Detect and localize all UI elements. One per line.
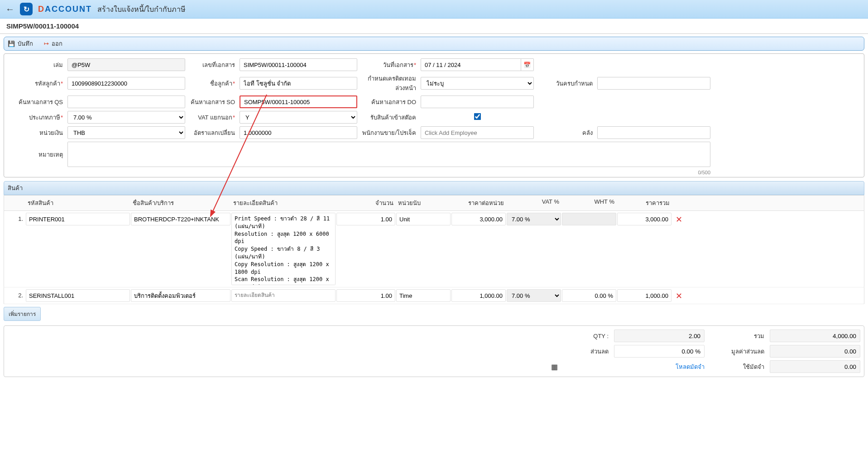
item-vat-select[interactable]: 7.00 % [507,289,561,302]
custcode-input[interactable] [67,77,185,90]
hd-wht: WHT % [562,197,616,206]
item-total-input[interactable] [617,213,671,225]
lbl-book: เล่ม [9,60,63,70]
lbl-note: หมายเหตุ [9,150,63,159]
row-index: 2. [7,289,25,299]
custname-input[interactable] [240,77,357,90]
item-name-input[interactable] [131,213,230,225]
note-counter: 0/500 [597,170,710,175]
header-form-panel: เล่ม เลขที่เอกสาร วันที่เอกสาร 📅 รหัสลูก… [4,53,864,177]
hd-total: ราคารวม [617,197,671,209]
item-total-input[interactable] [617,289,671,302]
lbl-subtotal: รวม [710,331,764,341]
app-logo-icon: ↻ [20,3,33,15]
lbl-vatsplit: VAT แยกนอก [190,113,235,122]
calendar-icon[interactable]: 📅 [521,58,534,71]
lbl-findso: ค้นหาเอกสาร SO [190,97,235,107]
total-qty [614,330,705,342]
hd-price: ราคาต่อหน่วย [451,197,506,209]
warehouse-input[interactable] [597,126,710,139]
lbl-discamt: มูลค่าส่วนลด [710,347,764,356]
note-textarea[interactable] [67,142,710,167]
item-code-input[interactable] [26,213,130,225]
hd-detail: รายละเอียดสินค้า [231,197,336,209]
lbl-credit: กำหนดเครดิตเทอมล่วงหน้า [362,74,416,93]
finddo-input[interactable] [421,96,534,108]
exit-button[interactable]: ↦ ออก [44,39,62,48]
item-name-input[interactable] [131,289,230,302]
item-unit-input[interactable] [396,213,451,225]
item-detail-input[interactable] [231,289,336,302]
item-price-input[interactable] [451,289,506,302]
exrate-input[interactable] [240,126,357,139]
hd-vat: VAT % [507,197,561,206]
currency-select[interactable]: THB [67,126,185,139]
docno-input[interactable] [240,58,357,71]
subtotal [770,330,860,342]
item-row: 1. Print Speed : ขาวดำ 28 / สี 11 (แผ่น/… [4,211,864,287]
discount-amt [770,345,860,358]
item-wht-input [562,213,616,225]
taxtype-select[interactable]: 7.00 % [67,111,185,124]
delete-row-icon[interactable]: ✕ [672,213,685,224]
item-wht-input[interactable] [562,289,616,302]
findqs-input[interactable] [67,96,185,108]
discount-pct[interactable] [614,345,705,358]
totals-panel: QTY : รวม ส่วนลด มูลค่าส่วนลด ▦ โหลดมัดจ… [4,325,864,377]
exit-icon: ↦ [44,40,49,47]
item-row: 2. 7.00 % ✕ [4,287,864,304]
vatsplit-select[interactable]: Y [240,111,357,124]
doc-ref-header: SIMP5W/00011-100004 [0,19,868,34]
lbl-duedate: วันครบกำหนด [538,79,593,88]
lbl-discount: ส่วนลด [563,347,609,356]
item-qty-input[interactable] [336,289,395,302]
lbl-warehouse: คลัง [538,128,593,138]
brand-d: D [38,5,44,14]
lbl-custname: ชื่อลูกค้า [190,79,235,88]
lbl-docno: เลขที่เอกสาร [190,60,235,70]
lbl-exrate: อัตราแลกเปลี่ยน [190,128,235,138]
delete-row-icon[interactable]: ✕ [672,289,685,301]
app-topbar: ← ↻ DACCOUNT สร้างใบแจ้งหนี้/ใบกำกับภาษี [0,0,868,19]
duedate-input[interactable] [597,77,710,90]
item-detail-input[interactable]: Print Speed : ขาวดำ 28 / สี 11 (แผ่น/นาท… [231,213,336,285]
action-toolbar: 💾 บันทึก ↦ ออก [4,37,864,51]
brand-logo: DACCOUNT [38,5,92,14]
salesperson-input[interactable] [421,126,534,139]
add-row-button[interactable]: เพิ่มรายการ [4,307,41,321]
item-vat-select[interactable]: 7.00 % [507,213,561,225]
hd-code: รหัสสินค้า [26,197,130,209]
brand-rest: ACCOUNT [45,5,92,14]
lbl-currency: หน่วยเงิน [9,128,63,138]
creditterm-select[interactable]: ไม่ระบุ [421,77,534,90]
lbl-custcode: รหัสลูกค้า [9,79,63,88]
findso-input[interactable] [240,96,357,108]
lbl-finddo: ค้นหาเอกสาร DO [362,97,416,107]
lbl-tqty: QTY : [563,333,609,339]
items-section-title: สินค้า [4,181,864,195]
item-price-input[interactable] [451,213,506,225]
book-input [67,58,185,71]
hd-name: ชื่อสินค้า/บริการ [131,197,230,209]
save-icon: 💾 [8,40,15,47]
back-arrow-icon[interactable]: ← [5,4,14,14]
receivestock-checkbox[interactable] [474,113,481,120]
save-button[interactable]: 💾 บันทึก [8,39,33,48]
row-index: 1. [7,213,25,222]
hd-unit: หน่วยนับ [396,197,451,209]
items-header-row: รหัสสินค้า ชื่อสินค้า/บริการ รายละเอียดส… [4,195,864,211]
lbl-findqs: ค้นหาเอกสาร QS [9,97,63,107]
use-deposit [770,360,860,373]
page-title: สร้างใบแจ้งหนี้/ใบกำกับภาษี [97,4,186,15]
load-deposit-link[interactable]: โหลดมัดจำ [614,362,705,372]
lbl-stock: รับสินค้าเข้าสต๊อค [362,113,416,122]
lbl-taxtype: ประเภทภาษี [9,113,63,122]
item-unit-input[interactable] [396,289,451,302]
docdate-input[interactable] [421,58,521,71]
lbl-usedep: ใช้มัดจำ [710,362,764,372]
lbl-docdate: วันที่เอกสาร [362,60,416,70]
table-icon[interactable]: ▦ [8,363,558,371]
item-qty-input[interactable] [336,213,395,225]
hd-qty: จำนวน [336,197,395,209]
item-code-input[interactable] [26,289,130,302]
